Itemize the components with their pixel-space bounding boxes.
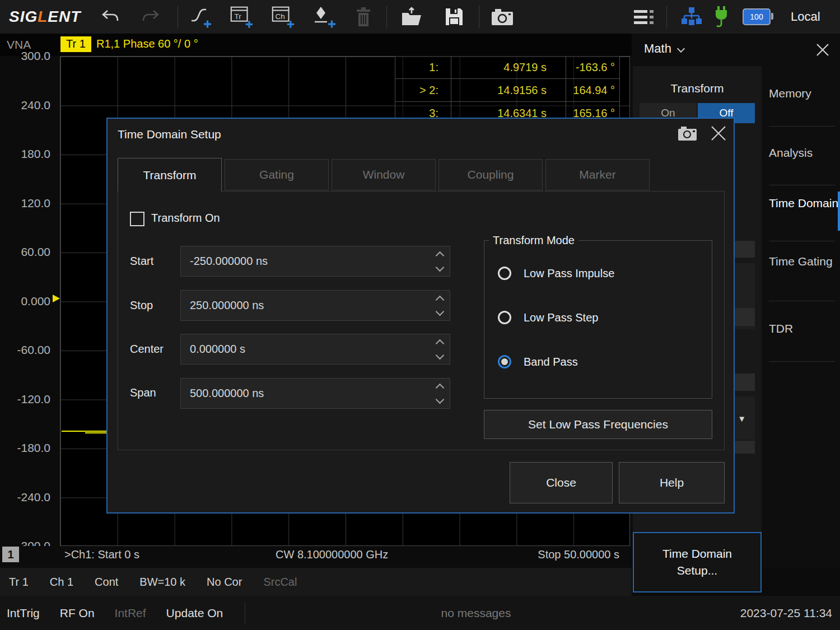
- close-button[interactable]: Close: [510, 462, 613, 503]
- stop-spinner[interactable]: [437, 291, 443, 320]
- radio-icon[interactable]: [498, 311, 511, 324]
- tab-transform[interactable]: Transform: [118, 158, 222, 192]
- tab-gating[interactable]: Gating: [225, 159, 329, 190]
- active-trace-badge[interactable]: Tr 1: [60, 36, 91, 52]
- sidebar-menu: Memory Analysis Time Domain Time Gating …: [763, 34, 840, 568]
- channel-start-label: >Ch1: Start 0 s: [64, 548, 139, 561]
- y-tick: 120.0: [21, 197, 50, 210]
- status-cont: Cont: [95, 576, 118, 589]
- dialog-tabs: Transform Gating Window Coupling Marker: [118, 159, 650, 192]
- sidebar-item-memory[interactable]: Memory: [763, 85, 840, 102]
- tab-coupling[interactable]: Coupling: [438, 159, 543, 190]
- stop-field-value: 250.000000 ns: [190, 291, 264, 320]
- siglent-logo: SIGLENT: [9, 8, 81, 26]
- span-spinner[interactable]: [437, 379, 443, 408]
- center-spinner[interactable]: [437, 334, 443, 364]
- dropdown-arrow-icon: ▼: [738, 413, 746, 423]
- transform-mode-legend: Transform Mode: [489, 234, 578, 247]
- channel-number-badge[interactable]: 1: [2, 547, 19, 562]
- undo-icon[interactable]: [97, 4, 123, 30]
- message-area: no messages: [441, 606, 511, 620]
- radio-low-pass-step[interactable]: Low Pass Step: [498, 309, 712, 326]
- center-field-value: 0.000000 s: [190, 334, 245, 364]
- start-spinner[interactable]: [437, 246, 443, 276]
- help-button[interactable]: Help: [619, 462, 725, 503]
- status-intref: IntRef: [115, 606, 146, 620]
- toolbar-separator: [386, 6, 387, 28]
- tab-marker[interactable]: Marker: [545, 159, 650, 190]
- y-tick: 300.0: [21, 49, 50, 63]
- trace-line: [85, 432, 106, 433]
- status-bw: BW=10 k: [139, 576, 185, 589]
- span-field-label: Span: [130, 386, 156, 399]
- trace-header-bar: VNA Tr 1 R1,1 Phase 60 °/ 0 °: [0, 34, 632, 56]
- stop-field-label: Stop: [130, 299, 153, 312]
- set-low-pass-frequencies-button[interactable]: Set Low Pass Frequencies: [484, 410, 712, 439]
- trace-info-label[interactable]: R1,1 Phase 60 °/ 0 °: [96, 38, 198, 50]
- sidebar-item-time-domain[interactable]: Time Domain: [763, 195, 840, 212]
- channel-cw-label: CW 8.100000000 GHz: [276, 548, 388, 561]
- status-updateon: Update On: [166, 606, 223, 620]
- marker-row: > 2: 14.9156 s 164.94 °: [395, 79, 619, 102]
- svg-text:Tr: Tr: [235, 12, 242, 21]
- divider: [769, 241, 835, 241]
- transform-on-checkbox[interactable]: [130, 212, 144, 226]
- sidebar-item-tdr[interactable]: TDR: [763, 320, 840, 337]
- toolbar-separator: [666, 6, 667, 28]
- transform-on-label: Transform On: [151, 212, 220, 225]
- marker-row: 1: 4.9719 s -163.6 °: [395, 56, 619, 79]
- add-trace-icon[interactable]: [188, 4, 214, 30]
- y-axis-labels: 300.0 240.0 180.0 120.0 60.00 0.000 -60.…: [0, 56, 55, 546]
- sidebar-item-analysis[interactable]: Analysis: [763, 144, 840, 161]
- screenshot-icon[interactable]: [489, 4, 515, 30]
- radio-band-pass[interactable]: Band Pass: [498, 353, 712, 370]
- start-field[interactable]: -250.000000 ns: [180, 246, 450, 277]
- radio-icon-selected[interactable]: [498, 355, 511, 368]
- span-field-value: 500.000000 ns: [190, 379, 264, 408]
- toolbar-separator: [479, 6, 479, 28]
- sidebar-item-time-gating[interactable]: Time Gating: [763, 253, 840, 270]
- divider: [769, 301, 835, 301]
- power-plug-icon[interactable]: [712, 4, 730, 30]
- math-menu-dropdown[interactable]: Math: [644, 41, 684, 56]
- trace-line: [62, 431, 106, 432]
- status-rfon: RF On: [60, 606, 95, 620]
- center-field[interactable]: 0.000000 s: [180, 334, 450, 365]
- network-icon[interactable]: [679, 4, 704, 30]
- dialog-screenshot-icon[interactable]: [678, 125, 698, 141]
- stop-field[interactable]: 250.000000 ns: [180, 290, 450, 321]
- channel-info-bar: 1 >Ch1: Start 0 s CW 8.100000000 GHz Sto…: [0, 546, 632, 565]
- add-trace-window-icon[interactable]: Tr: [228, 4, 254, 30]
- dialog-close-icon[interactable]: [710, 125, 727, 141]
- y-tick: -120.0: [17, 393, 50, 406]
- divider: [769, 126, 835, 127]
- toolbar-separator: [178, 6, 178, 28]
- status-trace: Tr 1: [9, 576, 29, 589]
- save-icon[interactable]: [441, 4, 467, 30]
- status-inttrig: IntTrig: [7, 606, 40, 620]
- datetime-label: 2023-07-25 11:34: [740, 606, 832, 620]
- radio-low-pass-impulse[interactable]: Low Pass Impulse: [498, 265, 712, 282]
- time-domain-setup-button[interactable]: Time Domain Setup...: [633, 532, 762, 592]
- add-channel-icon[interactable]: Ch: [270, 4, 296, 30]
- local-mode-label[interactable]: Local: [791, 10, 820, 24]
- battery-icon[interactable]: 100: [743, 8, 771, 25]
- y-tick: -60.00: [17, 343, 50, 357]
- add-marker-icon[interactable]: [311, 4, 337, 30]
- system-status-bar: IntTrig RF On IntRef Update On no messag…: [0, 596, 840, 630]
- y-tick: -240.0: [17, 491, 50, 504]
- y-tick: 180.0: [21, 147, 50, 161]
- radio-icon[interactable]: [498, 267, 511, 280]
- transform-mode-group: Transform Mode Low Pass Impulse Low Pass…: [484, 234, 712, 399]
- menu-icon[interactable]: [631, 4, 656, 30]
- y-tick: 240.0: [21, 99, 50, 112]
- y-tick: -180.0: [17, 441, 50, 455]
- active-item-indicator: [838, 192, 840, 231]
- open-file-icon[interactable]: [399, 4, 424, 30]
- redo-icon: [138, 4, 164, 30]
- tab-window[interactable]: Window: [332, 159, 436, 190]
- y-tick: 0.000: [21, 295, 50, 308]
- trace-status-bar: Tr 1 Ch 1 Cont BW=10 k No Cor SrcCal: [0, 568, 632, 596]
- span-field[interactable]: 500.000000 ns: [180, 378, 450, 409]
- divider: [245, 603, 245, 623]
